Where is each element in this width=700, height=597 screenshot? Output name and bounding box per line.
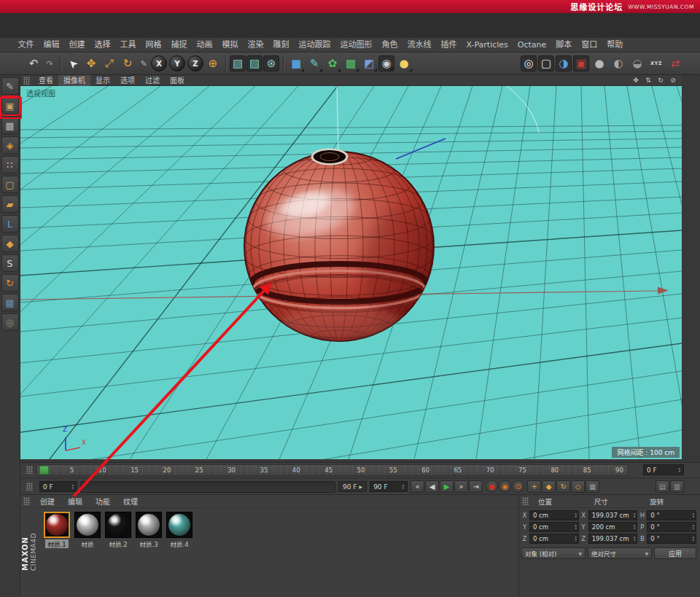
texture-mode-icon[interactable]: ▩ (1, 117, 19, 134)
menu-item[interactable]: 选择 (90, 38, 115, 52)
menu-item[interactable]: 帮助 (602, 38, 628, 52)
menu-item[interactable]: 角色 (377, 38, 402, 52)
stepper-icon[interactable]: ▴▾ (634, 512, 635, 518)
position-field[interactable]: 0 cm ▴▾ (529, 510, 579, 520)
stepper-icon[interactable]: ▴▾ (575, 524, 576, 529)
magnet-tool-icon[interactable]: ↻ (1, 274, 19, 292)
autokey-button[interactable]: ⊙ (512, 480, 524, 493)
stepper-icon[interactable]: ▴▾ (402, 484, 404, 489)
material-item[interactable]: 材质.1 (42, 512, 71, 548)
material-menu-item[interactable]: 纹理 (117, 496, 144, 507)
stepper-icon[interactable]: ▴▾ (634, 536, 635, 541)
gouraud-sphere-icon[interactable]: ● (591, 55, 608, 72)
add-spline-pen-icon[interactable]: ✎ (306, 55, 323, 72)
add-mograph-icon[interactable]: ✿ (324, 55, 341, 72)
menu-item[interactable]: 雕刻 (268, 38, 294, 52)
menu-item[interactable]: 插件 (436, 38, 462, 52)
menu-item[interactable]: 流水线 (402, 38, 436, 52)
record-button[interactable]: ● (486, 480, 498, 493)
workplane-toggle-icon[interactable]: ⇄ (666, 55, 684, 72)
spline-tools-icon[interactable]: L (1, 215, 19, 233)
timeline-palette-icon[interactable]: ▤ (656, 480, 669, 493)
redo-icon[interactable]: ↷ (43, 55, 56, 72)
menu-item[interactable]: 文件 (13, 38, 39, 52)
rotation-field[interactable]: 0 ° ▴▾ (647, 510, 696, 520)
recent-tool-icon[interactable]: ✎ (137, 55, 150, 72)
add-light-icon[interactable]: ● (395, 55, 413, 72)
panel-grip[interactable] (522, 497, 529, 505)
menu-item[interactable]: 网格 (141, 38, 166, 52)
pan-view-icon[interactable]: ✥ (631, 76, 641, 85)
stepper-icon[interactable]: ▴▾ (679, 467, 680, 472)
timeline-ruler[interactable]: 051015202530354045505560657075808590 (36, 464, 629, 476)
edges-mode-icon[interactable]: ▢ (1, 176, 19, 193)
menu-item[interactable]: 创建 (64, 38, 90, 52)
make-editable-icon[interactable]: ✎ (1, 77, 19, 95)
lock-y-button[interactable]: Y (169, 55, 185, 71)
panel-grip[interactable] (26, 483, 33, 491)
keyframe-button[interactable]: ◉ (499, 480, 511, 493)
menu-item[interactable]: X-Particles (462, 38, 513, 52)
menu-item[interactable]: 渲染 (243, 38, 268, 52)
toggle-view-icon[interactable]: ⊘ (668, 76, 678, 85)
panel-grip[interactable] (23, 77, 30, 85)
stepper-icon[interactable]: ▴▾ (693, 512, 694, 518)
move-tool-icon[interactable]: ✥ (82, 55, 100, 72)
key-scale-button[interactable]: ◆ (542, 480, 556, 493)
coord-system-icon[interactable]: ⊕ (204, 55, 222, 72)
stepper-icon[interactable]: ▴▾ (693, 536, 694, 541)
menu-item[interactable]: 模拟 (217, 38, 243, 52)
material-menu-item[interactable]: 功能 (89, 496, 117, 507)
viewport-menu-item[interactable]: 显示 (90, 75, 115, 86)
viewport-menu-item[interactable]: 过滤 (140, 75, 165, 86)
timeline-marker[interactable] (39, 466, 49, 475)
sphere-object[interactable] (244, 149, 442, 343)
key-parameter-button[interactable]: ◇ (571, 480, 585, 493)
goto-end-button[interactable]: ⇥ (469, 480, 483, 493)
position-field[interactable]: 0 cm ▴▾ (529, 522, 579, 532)
quantize-icon[interactable]: ◎ (1, 313, 19, 331)
play-button[interactable]: ▶ (440, 480, 454, 493)
model-mode-icon[interactable]: ▣ (1, 97, 19, 114)
size-mode-dropdown[interactable]: 绝对尺寸 ▼ (588, 547, 652, 559)
material-item[interactable]: 材质 (73, 512, 102, 548)
rotation-field[interactable]: 0 ° ▴▾ (647, 534, 696, 544)
stepper-icon[interactable]: ▴▾ (575, 536, 576, 541)
render-settings-icon[interactable]: ⊛ (263, 55, 279, 71)
add-field-icon[interactable]: ◩ (360, 55, 378, 72)
menu-item[interactable]: 窗口 (577, 38, 602, 52)
goto-start-button[interactable]: « (411, 480, 424, 493)
viewport-menu-item[interactable]: 选项 (115, 75, 140, 86)
previous-key-button[interactable]: ◀ (425, 480, 439, 493)
material-menu-item[interactable]: 编辑 (61, 496, 89, 507)
add-cube-icon[interactable]: ■ (287, 55, 305, 72)
viewport[interactable]: 透视视图 网格间距 : 100 cm Z X (20, 86, 682, 459)
display-mode-icon[interactable]: ◑ (556, 55, 572, 71)
workplane-lock-icon[interactable]: ▦ (1, 294, 19, 311)
rotate-view-icon[interactable]: ↻ (656, 76, 666, 85)
wireframe-sphere-icon[interactable]: ◐ (610, 55, 627, 72)
stepper-icon[interactable]: ▴▾ (575, 512, 576, 518)
isoline-sphere-icon[interactable]: ◒ (629, 55, 646, 72)
menu-item[interactable]: 动画 (192, 38, 217, 52)
rotate-tool-icon[interactable]: ↻ (119, 55, 136, 72)
stepper-icon[interactable]: ▴▾ (634, 524, 635, 529)
viewport-menu-item[interactable]: 面板 (165, 75, 190, 86)
timeline-range-slider[interactable] (80, 481, 335, 493)
viewport-menu-item[interactable]: 查看 (34, 75, 58, 86)
next-key-button[interactable]: » (454, 480, 468, 493)
menu-item[interactable]: 运动图形 (335, 38, 377, 52)
snap-settings-icon[interactable]: S (1, 254, 19, 272)
lock-x-button[interactable]: X (151, 55, 167, 71)
size-field[interactable]: 199.037 cm ▴▾ (588, 534, 638, 544)
render-view-icon[interactable]: ▧ (230, 55, 246, 71)
panel-grip[interactable] (26, 466, 33, 474)
stepper-icon[interactable]: ▴▾ (72, 484, 74, 489)
apply-button[interactable]: 应用 (654, 547, 696, 559)
layout-palette-icon[interactable]: ▥ (670, 480, 684, 493)
menu-item[interactable]: Octane (513, 38, 551, 52)
live-selection-icon[interactable]: ➤ (64, 55, 82, 72)
position-field[interactable]: 0 cm ▴▾ (529, 534, 579, 544)
menu-item[interactable]: 脚本 (551, 38, 577, 52)
range-start-field[interactable]: 0 F ▴▾ (39, 481, 77, 492)
